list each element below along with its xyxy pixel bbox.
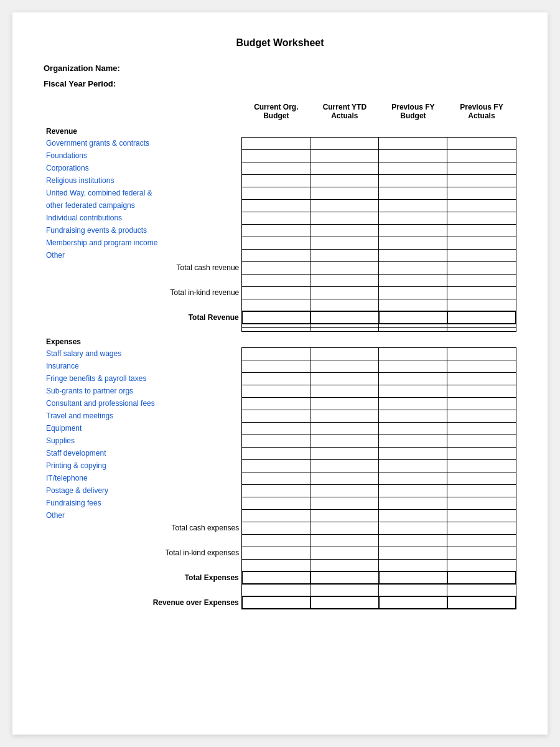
col4-header: Previous FY Actuals bbox=[447, 101, 516, 122]
col3-header: Previous FY Budget bbox=[379, 101, 447, 122]
col2-header: Current YTD Actuals bbox=[310, 101, 379, 122]
expense-item-row: Fringe benefits & payroll taxes bbox=[44, 372, 516, 385]
revenue-label: Revenue bbox=[44, 122, 242, 137]
rev-item-6: Individual contributions bbox=[44, 212, 242, 224]
expense-item-row: Supplies bbox=[44, 435, 516, 447]
blank-row-rev bbox=[44, 274, 516, 286]
budget-worksheet-page: Budget Worksheet Organization Name: Fisc… bbox=[12, 12, 548, 735]
expense-item-row: Insurance bbox=[44, 360, 516, 372]
expense-item-row: Printing & copying bbox=[44, 459, 516, 472]
expense-item-row: Sub-grants to partner orgs bbox=[44, 385, 516, 397]
total-inkind-expenses-label: Total in-kind expenses bbox=[44, 547, 242, 559]
page-title: Budget Worksheet bbox=[44, 37, 516, 49]
column-header-row: Current Org. Budget Current YTD Actuals … bbox=[44, 101, 516, 122]
exp-item-8: Supplies bbox=[44, 435, 242, 447]
revenue-section-header: Revenue bbox=[44, 122, 516, 137]
revenue-header-c2[interactable] bbox=[310, 122, 379, 137]
revenue-over-expenses-label: Revenue over Expenses bbox=[44, 596, 242, 609]
rev-item-7: Fundraising events & products bbox=[44, 224, 242, 237]
total-expenses-row: Total Expenses bbox=[44, 571, 516, 584]
expense-item-row: Travel and meetings bbox=[44, 410, 516, 422]
col-label-header bbox=[44, 101, 242, 122]
rev-item-5: United Way, combined federal & bbox=[44, 187, 242, 199]
total-revenue-row: Total Revenue bbox=[44, 311, 516, 324]
rev-item-3: Corporations bbox=[44, 162, 242, 174]
exp-item-14: Other bbox=[44, 509, 242, 522]
exp-item-2: Insurance bbox=[44, 360, 242, 372]
exp-item-13: Fundraising fees bbox=[44, 497, 242, 509]
rev-item-4: Religious institutions bbox=[44, 174, 242, 187]
total-expenses-label: Total Expenses bbox=[44, 571, 242, 584]
revenue-header-c1[interactable] bbox=[242, 122, 310, 137]
expense-item-row: Staff development bbox=[44, 447, 516, 459]
revenue-item-row: other federated campaigns bbox=[44, 199, 516, 212]
exp-item-3: Fringe benefits & payroll taxes bbox=[44, 372, 242, 385]
total-revenue-label: Total Revenue bbox=[44, 311, 242, 324]
total-inkind-revenue-row: Total in-kind revenue bbox=[44, 286, 516, 299]
blank-row-exp3 bbox=[44, 584, 516, 596]
blank-row-exp2 bbox=[44, 559, 516, 571]
rev-item-8: Membership and program income bbox=[44, 237, 242, 249]
expense-item-row: Consultant and professional fees bbox=[44, 397, 516, 410]
expenses-section-header: Expenses bbox=[44, 331, 516, 347]
exp-item-4: Sub-grants to partner orgs bbox=[44, 385, 242, 397]
total-inkind-revenue-label: Total in-kind revenue bbox=[44, 286, 242, 299]
exp-item-6: Travel and meetings bbox=[44, 410, 242, 422]
revenue-header-c4[interactable] bbox=[447, 122, 516, 137]
budget-table-section: Current Org. Budget Current YTD Actuals … bbox=[44, 101, 516, 609]
total-cash-revenue-row: Total cash revenue bbox=[44, 261, 516, 274]
exp-item-7: Equipment bbox=[44, 422, 242, 435]
revenue-item-row: Religious institutions bbox=[44, 174, 516, 187]
total-cash-revenue-label: Total cash revenue bbox=[44, 261, 242, 274]
expenses-label: Expenses bbox=[44, 331, 242, 347]
revenue-item-row: Other bbox=[44, 249, 516, 261]
revenue-item-row: Individual contributions bbox=[44, 212, 516, 224]
org-name-label: Organization Name: bbox=[44, 63, 516, 73]
expense-item-row: IT/telephone bbox=[44, 472, 516, 484]
revenue-item-row: United Way, combined federal & bbox=[44, 187, 516, 199]
expense-item-row: Equipment bbox=[44, 422, 516, 435]
expense-item-row: Staff salary and wages bbox=[44, 347, 516, 360]
expense-item-row: Fundraising fees bbox=[44, 497, 516, 509]
rev-item-1: Government grants & contracts bbox=[44, 137, 242, 149]
total-cash-expenses-label: Total cash expenses bbox=[44, 522, 242, 534]
revenue-item-row: Foundations bbox=[44, 149, 516, 162]
revenue-header-c3[interactable] bbox=[379, 122, 447, 137]
expense-item-row: Other bbox=[44, 509, 516, 522]
blank-row-rev2 bbox=[44, 299, 516, 311]
rev-item-2: Foundations bbox=[44, 149, 242, 162]
exp-item-12: Postage & delivery bbox=[44, 484, 242, 497]
total-cash-expenses-row: Total cash expenses bbox=[44, 522, 516, 534]
budget-table: Current Org. Budget Current YTD Actuals … bbox=[44, 101, 516, 609]
total-inkind-expenses-row: Total in-kind expenses bbox=[44, 547, 516, 559]
exp-item-10: Printing & copying bbox=[44, 459, 242, 472]
expense-item-row: Postage & delivery bbox=[44, 484, 516, 497]
exp-item-1: Staff salary and wages bbox=[44, 347, 242, 360]
rev-item-9: Other bbox=[44, 249, 242, 261]
blank-row-exp bbox=[44, 534, 516, 547]
revenue-item-row: Fundraising events & products bbox=[44, 224, 516, 237]
revenue-item-row: Membership and program income bbox=[44, 237, 516, 249]
revenue-item-row: Corporations bbox=[44, 162, 516, 174]
exp-item-5: Consultant and professional fees bbox=[44, 397, 242, 410]
fiscal-year-label: Fiscal Year Period: bbox=[44, 79, 516, 88]
exp-item-11: IT/telephone bbox=[44, 472, 242, 484]
revenue-over-expenses-row: Revenue over Expenses bbox=[44, 596, 516, 609]
exp-item-9: Staff development bbox=[44, 447, 242, 459]
revenue-item-row: Government grants & contracts bbox=[44, 137, 516, 149]
rev-item-5b: other federated campaigns bbox=[44, 199, 242, 212]
col1-header: Current Org. Budget bbox=[242, 101, 310, 122]
